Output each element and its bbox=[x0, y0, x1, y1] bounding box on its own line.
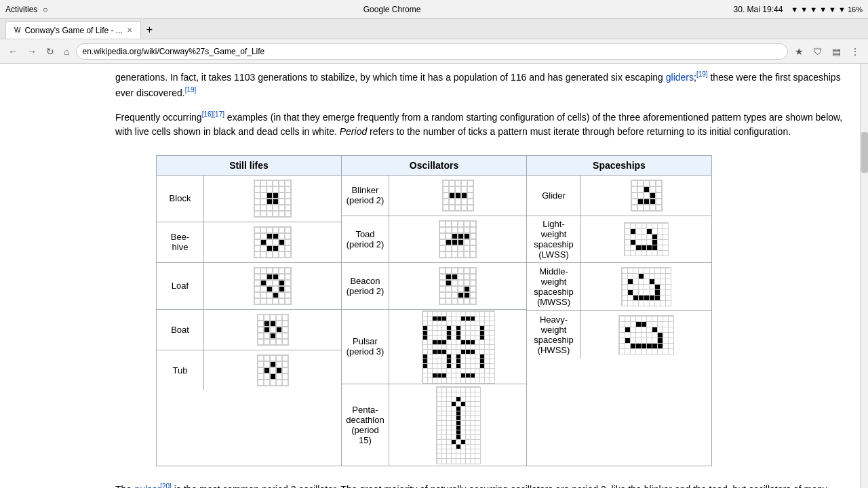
tab-bar: W Conway's Game of Life - ... ✕ + bbox=[0, 19, 868, 39]
beehive-pattern bbox=[254, 226, 292, 258]
article-paragraph-2: Frequently occurring[16][17] examples (i… bbox=[0, 108, 868, 147]
glider-label: Glider bbox=[527, 176, 581, 216]
browser-name: Google Chrome bbox=[51, 5, 734, 14]
hwss-row: Heavy-weightspaceship(HWSS) bbox=[527, 311, 711, 359]
loaf-row: Loaf bbox=[157, 263, 341, 310]
pulsar-row: Pulsar(period 3) bbox=[342, 310, 526, 384]
block-row: Block bbox=[157, 176, 341, 222]
activities-label[interactable]: Activities bbox=[5, 5, 37, 14]
beacon-label: Beacon(period 2) bbox=[342, 263, 389, 309]
pentadecathlon-pattern bbox=[436, 386, 480, 464]
glider-row: Glider bbox=[527, 176, 711, 216]
home-button[interactable]: ⌂ bbox=[61, 45, 72, 58]
tab-title: Conway's Game of Life - ... bbox=[24, 26, 122, 35]
hwss-pattern bbox=[618, 315, 674, 354]
hwss-label: Heavy-weightspaceship(HWSS) bbox=[527, 311, 581, 359]
loaf-label: Loaf bbox=[157, 263, 204, 309]
beacon-grid bbox=[389, 263, 526, 309]
pentadecathlon-row: Penta-decathlon(period 15) bbox=[342, 384, 526, 466]
blinker-grid bbox=[389, 176, 526, 216]
pentadecathlon-label: Penta-decathlon(period 15) bbox=[342, 384, 389, 466]
back-button[interactable]: ← bbox=[5, 45, 20, 58]
spaceships-section: Spaceships Glider bbox=[527, 156, 711, 466]
blinker-label: Blinker(period 2) bbox=[342, 176, 389, 216]
oscillators-section: Oscillators Blinker(period 2) bbox=[342, 156, 527, 466]
tub-row: Tub bbox=[157, 350, 341, 390]
block-label: Block bbox=[157, 176, 204, 222]
pulsar-pattern bbox=[422, 310, 494, 383]
boat-row: Boat bbox=[157, 310, 341, 350]
shield-icon: 🛡 bbox=[810, 45, 825, 58]
boat-label: Boat bbox=[157, 310, 204, 350]
mwss-label: Middle-weightspaceship(MWSS) bbox=[527, 263, 581, 310]
tub-grid bbox=[204, 350, 341, 390]
lwss-grid bbox=[581, 216, 711, 262]
lwss-pattern bbox=[624, 222, 669, 256]
reload-button[interactable]: ↻ bbox=[43, 45, 57, 58]
browser-titlebar: Activities ○ Google Chrome 30. Mai 19:44… bbox=[0, 0, 868, 19]
beehive-label: Bee-hive bbox=[157, 222, 204, 262]
tub-pattern bbox=[257, 354, 289, 386]
glider-pattern bbox=[631, 180, 663, 211]
tub-label: Tub bbox=[157, 350, 204, 390]
address-bar[interactable]: en.wikipedia.org/wiki/Conway%27s_Game_of… bbox=[76, 43, 788, 60]
article-paragraph-1: generations. In fact, it takes 1103 gene… bbox=[0, 64, 868, 108]
bookmark-button[interactable]: ★ bbox=[792, 45, 806, 58]
patterns-table: Still lifes Block bbox=[156, 155, 712, 466]
mwss-grid bbox=[581, 263, 711, 310]
url-text: en.wikipedia.org/wiki/Conway%27s_Game_of… bbox=[82, 47, 264, 56]
lwss-label: Light-weightspaceship(LWSS) bbox=[527, 216, 581, 262]
beehive-row: Bee-hive bbox=[157, 222, 341, 263]
blinker-pattern bbox=[442, 180, 474, 211]
beacon-pattern bbox=[439, 267, 477, 305]
tab-close-button[interactable]: ✕ bbox=[127, 26, 132, 34]
spaceships-header: Spaceships bbox=[527, 156, 711, 176]
toad-grid bbox=[389, 216, 526, 262]
pentadecathlon-grid bbox=[389, 384, 526, 466]
block-pattern bbox=[254, 180, 292, 218]
boat-grid bbox=[204, 310, 341, 350]
scrollbar[interactable] bbox=[860, 64, 868, 488]
still-lifes-header: Still lifes bbox=[157, 156, 341, 176]
datetime: 30. Mai 19:44 bbox=[734, 5, 783, 14]
bottom-paragraph: The pulsar[20] is the most common period… bbox=[0, 474, 868, 488]
beacon-row: Beacon(period 2) bbox=[342, 263, 526, 310]
tab-favicon: W bbox=[14, 26, 20, 34]
navigation-bar: ← → ↻ ⌂ en.wikipedia.org/wiki/Conway%27s… bbox=[0, 39, 868, 64]
boat-pattern bbox=[257, 314, 289, 346]
menu-icon[interactable]: ⋮ bbox=[848, 45, 863, 58]
patterns-table-wrapper: Still lifes Block bbox=[0, 155, 868, 466]
loaf-grid bbox=[204, 263, 341, 309]
scrollbar-thumb[interactable] bbox=[861, 132, 868, 173]
toad-row: Toad(period 2) bbox=[342, 216, 526, 263]
glider-grid bbox=[581, 176, 711, 216]
blinker-row: Blinker(period 2) bbox=[342, 176, 526, 216]
new-tab-button[interactable]: + bbox=[141, 21, 158, 39]
active-tab[interactable]: W Conway's Game of Life - ... ✕ bbox=[5, 21, 141, 39]
page-content: generations. In fact, it takes 1103 gene… bbox=[0, 64, 868, 488]
mwss-row: Middle-weightspaceship(MWSS) bbox=[527, 263, 711, 311]
toad-label: Toad(period 2) bbox=[342, 216, 389, 262]
forward-button[interactable]: → bbox=[24, 45, 39, 58]
beehive-grid bbox=[204, 222, 341, 262]
browser-logo-icon: ○ bbox=[43, 5, 47, 14]
oscillators-header: Oscillators bbox=[342, 156, 526, 176]
pulsar-label: Pulsar(period 3) bbox=[342, 310, 389, 384]
toad-pattern bbox=[439, 220, 477, 258]
hwss-grid bbox=[581, 311, 711, 359]
system-icons: ▼ ▼ ▼ ▼ ▼ ▼ 16% bbox=[791, 5, 863, 14]
block-grid bbox=[204, 176, 341, 222]
still-lifes-section: Still lifes Block bbox=[157, 156, 342, 466]
extensions-icon[interactable]: ▤ bbox=[829, 45, 844, 58]
loaf-pattern bbox=[254, 267, 292, 305]
mwss-pattern bbox=[621, 267, 671, 306]
lwss-row: Light-weightspaceship(LWSS) bbox=[527, 216, 711, 263]
pulsar-grid bbox=[389, 310, 526, 384]
